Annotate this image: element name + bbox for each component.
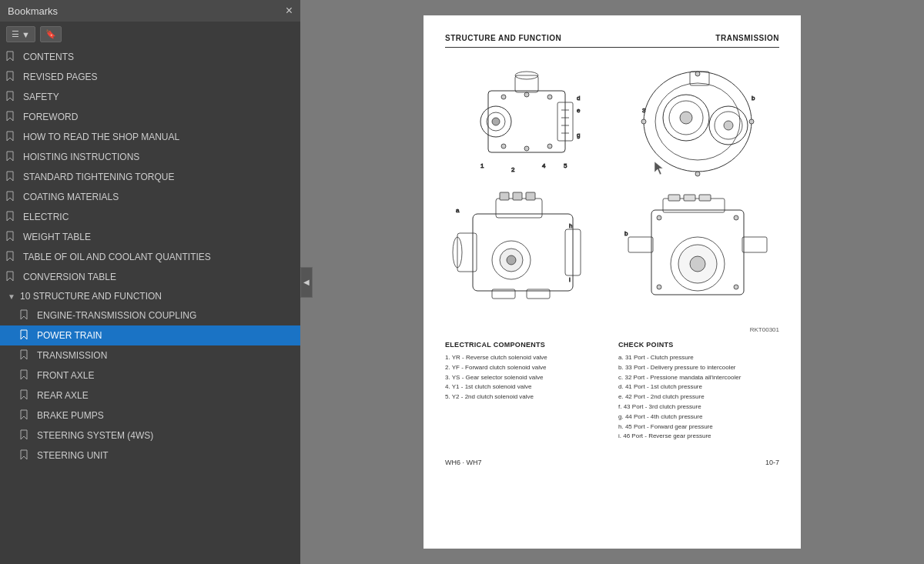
svg-point-10 (547, 144, 552, 149)
sidebar-item-std-torque[interactable]: STANDARD TIGHTENING TORQUE (0, 167, 300, 187)
sidebar-item-steering-unit[interactable]: STEERING UNIT (0, 446, 300, 466)
right-panel: ◀ STRUCTURE AND FUNCTION TRANSMISSION (300, 0, 924, 564)
svg-text:1: 1 (480, 162, 484, 169)
bookmarks-header: Bookmarks × (0, 0, 300, 22)
svg-rect-41 (457, 233, 477, 272)
footer-left: WH6 · WH7 (445, 459, 482, 466)
svg-text:a: a (456, 207, 460, 214)
sidebar-item-label-brake-pumps: BRAKE PUMPS (37, 410, 104, 421)
sidebar-item-eng-trans[interactable]: ENGINE-TRANSMISSION COUPLING (0, 305, 300, 325)
sidebar-item-weight-table[interactable]: WEIGHT TABLE (0, 227, 300, 247)
bookmark-icon-rear-axle (20, 389, 31, 402)
sidebar-item-10-struct[interactable]: ▼10 STRUCTURE AND FUNCTION (0, 287, 300, 305)
sidebar-item-label-std-torque: STANDARD TIGHTENING TORQUE (23, 172, 174, 182)
sidebar-item-oil-coolant[interactable]: TABLE OF OIL AND COOLANT QUANTITIES (0, 247, 300, 267)
bookmark-icon-foreword (6, 111, 17, 123)
footer-right: 10-7 (765, 459, 779, 466)
svg-point-69 (734, 285, 738, 289)
sidebar-item-how-to-read[interactable]: HOW TO READ THE SHOP MANUAL (0, 127, 300, 147)
svg-point-25 (644, 72, 752, 172)
sidebar-item-label-oil-coolant: TABLE OF OIL AND COOLANT QUANTITIES (23, 252, 211, 262)
bookmark-icon-oil-coolant (6, 251, 17, 263)
diagram-top-right: 3 b (616, 60, 779, 183)
view-options-button[interactable]: ☰ ▼ (6, 26, 35, 42)
svg-point-36 (641, 119, 646, 124)
collapse-panel-button[interactable]: ◀ (300, 267, 313, 298)
check-points-col: CHECK POINTS a. 31 Port - Clutch pressur… (618, 341, 779, 442)
sidebar-item-transmission[interactable]: TRANSMISSION (0, 345, 300, 365)
svg-text:4: 4 (542, 162, 546, 169)
bookmark-icon-electric (6, 211, 17, 223)
bookmark-icon-safety (6, 91, 17, 103)
bookmark-icon-revised-pages (6, 71, 17, 83)
sidebar-item-label-transmission: TRANSMISSION (37, 350, 107, 361)
checkpoint-item: g. 44 Port - 4th clutch pressure (618, 412, 779, 422)
diagram-top-left: d e g 1 2 4 5 (445, 60, 608, 183)
electrical-item: 2. YF - Forward clutch solenoid valve (445, 363, 606, 373)
doc-header-left: STRUCTURE AND FUNCTION (445, 34, 561, 42)
bookmark-icon-hoisting (6, 151, 17, 163)
doc-page: STRUCTURE AND FUNCTION TRANSMISSION (424, 15, 801, 549)
svg-text:d: d (577, 95, 580, 102)
svg-rect-65 (742, 237, 767, 252)
svg-point-32 (724, 121, 733, 130)
svg-rect-44 (500, 192, 509, 200)
sidebar-item-label-steering-4ws: STEERING SYSTEM (4WS) (37, 430, 153, 441)
svg-rect-46 (526, 192, 535, 200)
sidebar-item-electric[interactable]: ELECTRIC (0, 207, 300, 227)
bookmark-icon-how-to-read (6, 131, 17, 143)
sidebar-item-power-train[interactable]: POWER TRAIN (0, 325, 300, 345)
bookmark-icon-std-torque (6, 171, 17, 183)
sidebar-item-steering-4ws[interactable]: STEERING SYSTEM (4WS) (0, 426, 300, 446)
sidebar-item-contents[interactable]: CONTENTS (0, 47, 300, 67)
sidebar-item-conversion[interactable]: CONVERSION TABLE (0, 267, 300, 287)
svg-rect-60 (699, 195, 711, 201)
diagrams-grid: d e g 1 2 4 5 (445, 60, 779, 314)
svg-point-9 (524, 146, 529, 151)
sidebar-item-label-revised-pages: REVISED PAGES (23, 72, 97, 82)
svg-point-66 (657, 215, 661, 220)
sidebar-item-label-foreword: FOREWORD (23, 112, 78, 122)
svg-rect-59 (684, 195, 695, 201)
sidebar-item-label-weight-table: WEIGHT TABLE (23, 232, 91, 242)
sidebar-item-label-steering-unit: STEERING UNIT (37, 450, 109, 461)
electrical-item: 1. YR - Reverse clutch solenoid valve (445, 353, 606, 363)
doc-footer: WH6 · WH7 10-7 (445, 454, 779, 466)
svg-rect-45 (513, 192, 522, 200)
sidebar-item-brake-pumps[interactable]: BRAKE PUMPS (0, 405, 300, 426)
bookmark-icon-contents (6, 51, 17, 63)
left-panel: Bookmarks × ☰ ▼ 🔖 CONTENTS REVISED PAGES… (0, 0, 300, 564)
electrical-item: 3. YS - Gear selector solenoid valve (445, 373, 606, 383)
sidebar-item-label-10-struct: 10 STRUCTURE AND FUNCTION (20, 291, 162, 302)
svg-point-49 (507, 255, 516, 265)
svg-text:h: h (569, 222, 572, 229)
svg-text:b: b (752, 95, 755, 102)
sidebar-item-coating[interactable]: COATING MATERIALS (0, 187, 300, 207)
sidebar-item-label-coating: COATING MATERIALS (23, 192, 119, 202)
tree-container[interactable]: CONTENTS REVISED PAGES SAFETY FOREWORD H… (0, 47, 300, 564)
sidebar-item-foreword[interactable]: FOREWORD (0, 107, 300, 127)
toolbar-row: ☰ ▼ 🔖 (0, 22, 300, 47)
bookmark-icon-eng-trans (20, 309, 31, 322)
svg-point-4 (492, 118, 500, 125)
checkpoint-item: i. 46 Port - Reverse gear pressure (618, 432, 779, 442)
list-icon: ☰ (12, 29, 19, 39)
bookmark-icon-conversion (6, 271, 17, 283)
sidebar-item-safety[interactable]: SAFETY (0, 87, 300, 107)
close-icon[interactable]: × (286, 5, 293, 17)
svg-point-29 (680, 112, 692, 124)
sidebar-item-revised-pages[interactable]: REVISED PAGES (0, 67, 300, 87)
expand-arrow-10-struct[interactable]: ▼ (6, 291, 17, 302)
bookmark-icon-button[interactable]: 🔖 (40, 26, 62, 42)
sidebar-item-label-electric: ELECTRIC (23, 212, 69, 222)
svg-rect-40 (473, 214, 573, 291)
sidebar-item-label-conversion: CONVERSION TABLE (23, 272, 116, 282)
svg-point-5 (501, 95, 506, 99)
svg-point-67 (734, 215, 738, 220)
sidebar-item-hoisting[interactable]: HOISTING INSTRUCTIONS (0, 147, 300, 167)
sidebar-item-label-hoisting: HOISTING INSTRUCTIONS (23, 152, 139, 162)
sidebar-item-rear-axle[interactable]: REAR AXLE (0, 385, 300, 405)
svg-point-8 (501, 144, 506, 149)
sidebar-item-front-axle[interactable]: FRONT AXLE (0, 365, 300, 385)
sidebar-item-label-rear-axle: REAR AXLE (37, 390, 89, 401)
